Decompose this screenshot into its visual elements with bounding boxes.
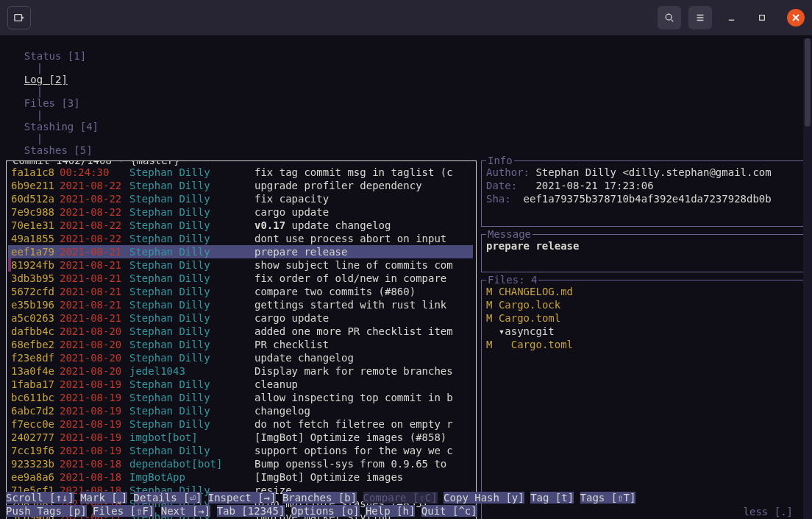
commit-row[interactable]: f7ecc0e2021-08-19Stephan Dillydo not fet… xyxy=(8,417,473,431)
key-hint: Help [h] xyxy=(366,505,415,517)
info-date-label: Date: xyxy=(486,180,535,191)
message-panel: Message prepare release xyxy=(481,234,806,272)
scrollbar-thumb[interactable] xyxy=(805,38,811,127)
info-author-label: Author: xyxy=(486,166,535,178)
key-hint: Mark [˽] xyxy=(80,492,127,504)
commit-row[interactable]: 6abc7d22021-08-19Stephan Dillychangelog xyxy=(8,404,473,417)
commit-row[interactable]: 81924fb2021-08-21Stephan Dillyshow subje… xyxy=(8,258,473,272)
commit-row[interactable]: a5c02632021-08-21Stephan Dillycargo upda… xyxy=(8,311,473,325)
key-hint xyxy=(360,505,366,517)
key-hint: Files [⇧F] xyxy=(93,505,154,517)
menu-button[interactable] xyxy=(688,6,712,29)
key-hint xyxy=(276,492,282,504)
message-content: prepare release xyxy=(486,239,801,253)
key-hint: Scroll [↑↓] xyxy=(6,492,74,504)
commit-row[interactable]: 24027772021-08-19imgbot[bot][ImgBot] Opt… xyxy=(8,431,473,444)
commit-row[interactable]: f23e8df2021-08-20Stephan Dillyupdate cha… xyxy=(8,351,473,364)
commit-row[interactable]: 3db3b952021-08-21Stephan Dillyfix order … xyxy=(8,272,473,285)
key-hint: Inspect [→] xyxy=(208,492,277,504)
key-hint xyxy=(87,505,93,517)
file-entry[interactable]: M Cargo.toml xyxy=(486,311,801,325)
commit-row[interactable]: eef1a792021-08-21Stephan Dillyprepare re… xyxy=(8,245,473,258)
commit-row[interactable]: 49a18552021-08-22Stephan Dillydont use p… xyxy=(8,232,473,245)
commit-row[interactable]: 7e9c9882021-08-22Stephan Dillycargo upda… xyxy=(8,205,473,219)
maximize-button[interactable] xyxy=(750,6,774,29)
tab-status[interactable]: Status [1] xyxy=(24,50,86,62)
tab-stashes[interactable]: Stashes [5] xyxy=(24,144,93,156)
key-hint xyxy=(574,492,580,504)
key-hint: Quit [^c] xyxy=(421,505,477,517)
titlebar xyxy=(0,0,812,35)
minimize-button[interactable] xyxy=(719,6,743,29)
key-hint xyxy=(285,505,291,517)
commit-row[interactable]: ee9a8a62021-08-18ImgBotApp[ImgBot] Optim… xyxy=(8,470,473,484)
info-sha-value: eef1a79375b378710b4af392e41da7237928db0b xyxy=(524,193,772,205)
commit-row[interactable]: 68efbe22021-08-20Stephan DillyPR checkli… xyxy=(8,338,473,351)
info-sha-label: Sha: xyxy=(486,193,524,205)
info-panel: Info Author: Stephan Dilly <dilly.stepha… xyxy=(481,160,806,227)
commit-row[interactable]: 13a0f4e2021-08-20jedel1043Display mark f… xyxy=(8,364,473,378)
files-panel[interactable]: Files: 4 M CHANGELOG.mdM Cargo.lockM Car… xyxy=(481,280,806,519)
commit-row[interactable]: 5672cfd2021-08-21Stephan Dillycompare tw… xyxy=(8,285,473,298)
commit-row[interactable]: e35b1962021-08-21Stephan Dillygettings s… xyxy=(8,298,473,311)
key-hint: Push Tags [p] xyxy=(6,505,87,517)
commit-row[interactable]: 7cc19f62021-08-19Stephan Dillysupport op… xyxy=(8,444,473,457)
info-date-value: 2021-08-21 17:23:06 xyxy=(535,180,653,191)
section-tabs: Status [1] | Log [2] | Files [3] | Stash… xyxy=(0,35,812,156)
new-tab-button[interactable] xyxy=(7,6,31,29)
key-hint xyxy=(127,492,133,504)
key-hint: Next [→] xyxy=(161,505,210,517)
key-hint: Compare [⇧C] xyxy=(363,492,438,504)
info-author-value: Stephan Dilly <dilly.stephan@gmail.com xyxy=(535,166,771,178)
key-hint: Copy Hash [y] xyxy=(444,492,524,504)
commit-row[interactable]: 70e1e312021-08-22Stephan Dillyv0.17 upda… xyxy=(8,219,473,232)
key-hint xyxy=(154,505,160,517)
tab-files[interactable]: Files [3] xyxy=(24,97,80,109)
less-hint: less [.] xyxy=(744,506,793,518)
key-hint xyxy=(202,492,207,504)
files-panel-title: Files: 4 xyxy=(486,274,538,286)
key-hint xyxy=(357,492,363,504)
info-panel-title: Info xyxy=(486,155,514,166)
key-hint: Tab [12345] xyxy=(217,505,285,517)
svg-rect-2 xyxy=(760,15,765,21)
key-hint xyxy=(210,505,216,517)
key-hint xyxy=(415,505,421,517)
log-panel-title: Commit 1402/1408 - {master} xyxy=(11,160,182,166)
footer-keybinds: Scroll [↑↓] Mark [˽] Details [⏎] Inspect… xyxy=(0,491,812,519)
file-entry[interactable]: ▾asyncgit xyxy=(486,325,801,338)
key-hint: Details [⏎] xyxy=(134,492,202,504)
svg-rect-0 xyxy=(15,15,22,21)
key-hint: Tags [⇧T] xyxy=(580,492,636,504)
key-hint xyxy=(524,492,530,504)
file-entry[interactable]: M CHANGELOG.md xyxy=(486,285,801,298)
commit-row[interactable]: fa1a1c800:24:30Stephan Dillyfix tag comm… xyxy=(8,166,473,179)
key-hint: Tag [t] xyxy=(530,492,574,504)
commit-row[interactable]: 923323b2021-08-18dependabot[bot]Bump ope… xyxy=(8,457,473,470)
key-hint: Branches [b] xyxy=(282,492,357,504)
file-entry[interactable]: M Cargo.toml xyxy=(486,338,801,351)
key-hint: Options [o] xyxy=(291,505,360,517)
commit-row[interactable]: dafbb4c2021-08-20Stephan Dillyadded one … xyxy=(8,325,473,338)
commit-row[interactable]: bc611bc2021-08-19Stephan Dillyallow insp… xyxy=(8,391,473,404)
key-hint xyxy=(74,492,80,504)
key-hint xyxy=(438,492,444,504)
scrollbar[interactable] xyxy=(803,38,812,519)
file-entry[interactable]: M Cargo.lock xyxy=(486,298,801,311)
commit-row[interactable]: 60d512a2021-08-22Stephan Dillyfix capaci… xyxy=(8,192,473,205)
tab-stashing[interactable]: Stashing [4] xyxy=(24,121,99,133)
log-panel[interactable]: Commit 1402/1408 - {master} fa1a1c800:24… xyxy=(6,160,477,519)
search-button[interactable] xyxy=(658,6,681,29)
tab-log[interactable]: Log [2] xyxy=(24,74,68,85)
close-button[interactable] xyxy=(787,9,805,27)
commit-row[interactable]: 6b9e2112021-08-22Stephan Dillyupgrade pr… xyxy=(8,179,473,192)
svg-point-1 xyxy=(666,14,672,20)
message-panel-title: Message xyxy=(486,228,533,240)
commit-row[interactable]: 1faba172021-08-19Stephan Dillycleanup xyxy=(8,378,473,391)
